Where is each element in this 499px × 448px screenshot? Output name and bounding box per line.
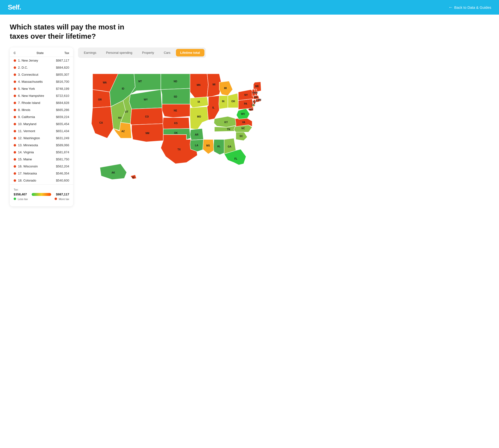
col-tax-header: Tax [64,51,69,55]
back-link-label: Back to Data & Guides [454,5,491,10]
page-title: Which states will pay the most in taxes … [10,22,137,41]
state-de[interactable] [252,104,254,107]
state-row[interactable]: 4. Massachusetts $816,700 [10,78,73,85]
state-dot [14,80,16,83]
state-al[interactable] [213,139,225,155]
state-dot [14,130,16,132]
state-dot [14,116,16,118]
state-tax: $722,610 [56,94,69,97]
state-sd[interactable] [161,88,190,104]
state-ks[interactable] [163,117,189,129]
state-name: 5. New York [18,87,56,91]
state-row[interactable]: 5. New York $748,199 [10,85,73,92]
state-row[interactable]: 3. Connecticut $855,307 [10,71,73,78]
state-il[interactable] [207,96,219,120]
state-row[interactable]: 13. Minnesota $589,066 [10,142,73,149]
state-row[interactable]: 17. Nebraska $546,354 [10,170,73,177]
content-area: C State Tax 1. New Jersey $987,117 2. D.… [10,48,489,206]
state-row[interactable]: 12. Washington $631,249 [10,135,73,142]
state-row[interactable]: 9. California $659,224 [10,113,73,120]
state-tax: $884,820 [56,66,69,69]
state-tax: $684,828 [56,101,69,105]
state-name: 10. Maryland [18,122,56,126]
state-dot [14,66,16,69]
state-tax: $540,600 [56,179,69,182]
state-tax: $665,286 [56,108,69,112]
state-row[interactable]: 10. Maryland $655,454 [10,120,73,128]
state-ne[interactable] [162,104,190,117]
tab-bar: EarningsPersonal spendingPropertyCarsLif… [78,48,206,58]
state-ia[interactable] [190,97,208,108]
less-tax-dot [14,198,16,200]
state-row[interactable]: 18. Colorado $540,600 [10,177,73,183]
state-tax: $589,066 [56,143,69,147]
state-row[interactable]: 7. Rhode Island $684,828 [10,99,73,106]
state-tax: $651,434 [56,129,69,133]
tab-property[interactable]: Property [138,49,158,56]
state-wy[interactable] [129,90,162,109]
state-nm[interactable] [132,124,163,142]
state-ms[interactable] [203,139,214,154]
tab-personal_spending[interactable]: Personal spending [102,49,137,56]
state-mo[interactable] [190,107,208,130]
state-name: 9. California [18,115,56,119]
state-name: 3. Connecticut [18,73,56,76]
state-name: 8. Illinois [18,108,56,112]
state-nd[interactable] [161,74,190,90]
state-name: 18. Colorado [18,179,56,182]
state-row[interactable]: 11. Vermont $651,434 [10,128,73,135]
state-row[interactable]: 2. D.C. $884,820 [10,64,73,71]
state-name: 4. Massachusetts [18,80,56,83]
state-mi[interactable] [219,81,233,96]
state-tax: $562,204 [56,164,69,168]
state-ak[interactable] [100,164,127,180]
state-dot [14,144,16,146]
state-in[interactable] [219,96,228,109]
state-sc[interactable] [236,131,247,141]
state-row[interactable]: 8. Illinois $665,286 [10,106,73,113]
state-tax: $816,700 [56,80,69,83]
state-oh[interactable] [228,93,239,108]
state-name: 7. Rhode Island [18,101,56,105]
state-row[interactable]: 16. Wisconsin $562,204 [10,163,73,170]
state-row[interactable]: 1. New Jersey $987,117 [10,57,73,64]
state-row[interactable]: 15. Maine $581,750 [10,156,73,163]
tab-earnings[interactable]: Earnings [79,49,101,56]
legend-max: $987,117 [56,192,69,196]
state-ct[interactable] [256,99,259,102]
table-header: C State Tax [10,51,73,57]
state-dot [14,123,16,125]
state-tax: $987,117 [56,59,69,62]
map-container: WA OR CA NV ID MT [78,63,489,190]
state-mn[interactable] [190,74,208,98]
more-tax-label: More tax [54,198,69,201]
state-ma[interactable] [253,96,259,99]
state-tax: $659,224 [56,115,69,119]
header: Self. ← Back to Data & Guides [0,0,499,15]
state-dot [14,158,16,160]
legend-min: $358,407 [14,192,27,196]
state-ar[interactable] [190,128,204,140]
less-tax-label: Less tax [14,198,28,201]
state-row[interactable]: 6. New Hampshire $722,610 [10,92,73,99]
state-ri[interactable] [259,99,261,102]
state-or[interactable] [93,90,111,108]
state-dot [14,179,16,182]
legend-range: $358,407 $987,117 [14,192,69,196]
back-link[interactable]: ← Back to Data & Guides [448,5,491,10]
state-la[interactable] [190,139,204,152]
state-name: 16. Wisconsin [18,164,56,168]
state-wv[interactable] [236,109,250,119]
legend-label: Tax: [14,188,69,191]
state-dot [14,88,16,90]
more-tax-dot [54,198,57,200]
state-co[interactable] [130,108,163,125]
state-va[interactable] [235,117,252,127]
state-dot [14,137,16,139]
state-ca[interactable] [91,107,113,138]
state-hi[interactable] [130,175,137,179]
state-dot [14,102,16,104]
state-row[interactable]: 14. Virginia $581,874 [10,149,73,156]
tab-cars[interactable]: Cars [159,49,175,56]
tab-lifetime_total[interactable]: Lifetime total [176,49,205,56]
